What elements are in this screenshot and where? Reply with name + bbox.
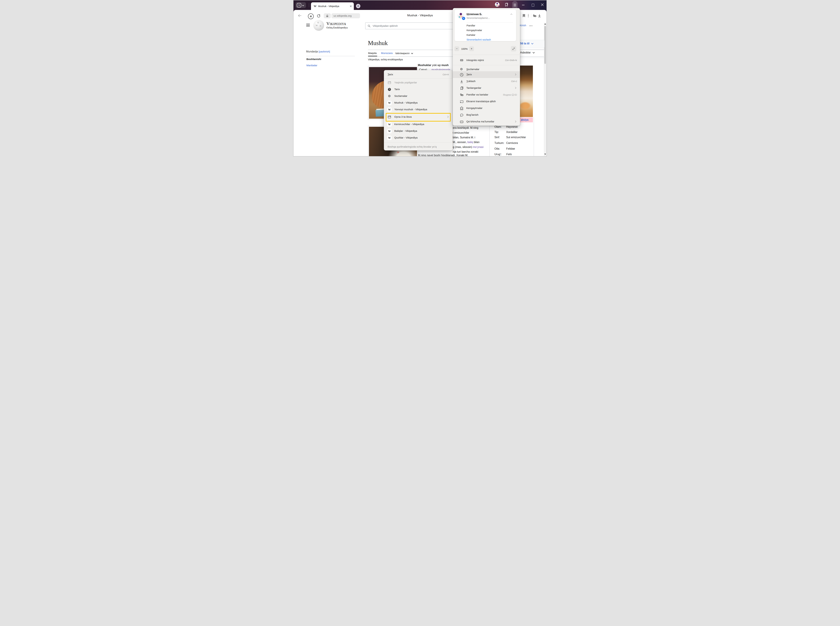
scrollbar-thumb[interactable] — [544, 26, 546, 64]
chevron-down-icon — [302, 4, 304, 6]
classification-link-fragment[interactable]: atsiya — [521, 118, 528, 121]
incognito-mask-icon — [459, 58, 464, 63]
zoom-out-button[interactable]: − — [454, 46, 459, 51]
profile-link-passwords[interactable]: Parollar — [467, 24, 475, 27]
text-fragment: M., asosan, baliq bilan — [453, 141, 479, 144]
wikipedia-favicon: W — [387, 129, 392, 133]
wiki-menu-icon[interactable] — [306, 24, 310, 27]
chevron-down-icon — [532, 51, 535, 53]
menu-item-history[interactable]: Tarix — [384, 86, 453, 93]
passwords-cards-icon[interactable] — [532, 14, 537, 18]
menu-item-screen-cast[interactable]: Ekranni translatsiya qilish — [453, 98, 520, 105]
login-link[interactable]: Kirish — [520, 24, 526, 27]
menu-item-more-info[interactable]: Qoʻshimcha maʼlumotlar — [453, 118, 520, 125]
tab-title: Mushuk - Vikipediya — [318, 5, 348, 8]
zoom-in-button[interactable]: + — [469, 46, 474, 51]
menu-item-page-qushlar[interactable]: W Qushlar - Vikipediya — [384, 135, 453, 141]
menu-item-history[interactable]: Tarix — [453, 71, 520, 78]
menu-item-extensions[interactable]: Kengaytmalar — [453, 105, 520, 112]
wikipedia-favicon: W — [387, 136, 392, 140]
collections-icon[interactable] — [504, 3, 508, 7]
browser-window: 1 W Mushuk - Vikipediya Я uz.wikipedia.o… — [293, 0, 547, 156]
no-devices-note: Boshqa qurilmalaringizda ochiq ilovalar … — [387, 145, 437, 148]
menu-item-feedback[interactable]: Bogʻlanish — [453, 112, 520, 118]
languages-button[interactable]: 56 ta til — [520, 42, 533, 45]
window-icon — [387, 81, 392, 85]
search-input[interactable] — [372, 24, 459, 28]
downloads-icon[interactable] — [537, 14, 542, 18]
toc-hide-link[interactable]: [yashirish] — [319, 50, 330, 53]
clock-icon — [387, 88, 392, 91]
taxo-value[interactable]: Felidae — [506, 147, 515, 150]
ellipsis-box-icon — [459, 120, 464, 124]
tab-talk[interactable]: Munozara — [381, 52, 393, 55]
bookmark-icon[interactable] — [522, 14, 526, 18]
taxo-value[interactable]: Sut emizuvchilar — [506, 136, 526, 139]
speech-bubble-icon — [459, 113, 464, 117]
sync-status: Sinxronlamoqdamiz... — [467, 17, 490, 19]
close-tab-icon[interactable] — [350, 5, 352, 7]
toolbar-more-icon[interactable] — [528, 14, 529, 17]
menu-item-settings[interactable]: ⚙ Sozlamalar — [384, 93, 453, 100]
new-tab-button[interactable] — [356, 4, 361, 8]
infobox-left-border — [489, 125, 490, 156]
menu-item-passwords-cards[interactable]: Parollar va kartalar Яндекс ID — [453, 91, 520, 98]
chevron-right-icon — [514, 87, 516, 89]
toc-item-boshlanishi[interactable]: Boshlanishi — [306, 58, 321, 61]
wiki-wordmark[interactable]: Vikipediya Ochiq Ensiklopediya — [326, 21, 348, 29]
text-fragment: era boshlaydi. M.ning — [453, 127, 478, 130]
taxo-value[interactable]: Hayvonot — [506, 125, 518, 128]
menu-item-recently-closed[interactable]: Yaqinda yopilganlar — [384, 79, 453, 86]
menu-item-window-apps[interactable]: Oyna 3 ta ilova — [384, 114, 453, 121]
taxo-label: Sinf: — [495, 136, 500, 139]
taxo-value[interactable]: Carnivora — [506, 142, 518, 145]
chevron-right-icon — [514, 74, 516, 75]
menu-item-settings[interactable]: ⚙ Sozlamalar — [453, 64, 520, 71]
sync-settings-link[interactable]: Sinxronlashni sozlash — [467, 38, 491, 41]
tab-article[interactable]: Maqola — [368, 52, 377, 55]
tools-button[interactable]: Asboblar — [520, 51, 534, 54]
menu-item-page-kemiruvchilar[interactable]: W Kemiruvchilar - Vikipediya — [384, 121, 453, 128]
minimize-button[interactable] — [522, 5, 525, 5]
fullscreen-button[interactable] — [511, 46, 516, 52]
infobox-header: atsiya — [520, 117, 533, 122]
profile-avatar[interactable] — [495, 2, 500, 7]
text-fragment: M.ning nayel boshi hisoblanadi. Xonaki M… — [418, 154, 468, 156]
wiki-search-box[interactable] — [365, 22, 460, 29]
window-icon — [387, 115, 392, 119]
toc-item-manbalar[interactable]: Manbalar — [306, 64, 317, 67]
scroll-down-icon[interactable] — [544, 153, 546, 155]
download-icon — [459, 79, 464, 84]
puzzle-icon — [459, 106, 464, 111]
wiki-more-icon[interactable] — [529, 25, 532, 26]
variant-dropdown[interactable]: lotin/кирилл — [395, 52, 413, 55]
submenu-shortcut: Ctrl+H — [443, 73, 449, 76]
chevron-down-icon — [411, 52, 413, 54]
taxo-value[interactable]: Felis — [506, 153, 512, 156]
visited-link[interactable]: moʻynasi — [473, 146, 484, 149]
menu-item-page-mushuk[interactable]: W Mushuk - Vikipediya — [384, 100, 453, 106]
scroll-up-icon[interactable] — [544, 23, 546, 25]
tab-mushuk[interactable]: W Mushuk - Vikipediya — [311, 2, 354, 10]
profile-link-cards[interactable]: Kartalar — [467, 33, 475, 36]
menu-item-incognito[interactable]: Inkognito rejimi Ctrl+Shift+N — [453, 57, 520, 64]
close-window-button[interactable] — [541, 3, 544, 6]
profile-name: Шляпник Б. — [467, 13, 482, 16]
menu-item-downloads[interactable]: Yuklash Ctrl+J — [453, 78, 520, 85]
wikipedia-favicon: W — [387, 101, 392, 105]
menu-item-page-baliqlar[interactable]: W Baliqlar - Vikipediya — [384, 128, 453, 135]
wikipedia-logo[interactable]: Ω W И — [313, 20, 324, 31]
chevron-up-icon[interactable] — [511, 14, 512, 16]
maximize-button[interactable] — [532, 4, 534, 6]
cast-icon — [459, 100, 464, 104]
active-tab-underline — [368, 56, 377, 56]
taxo-label: Olam: — [495, 125, 502, 128]
menu-item-favorites[interactable]: Tanlanganlar — [453, 85, 520, 91]
menu-item-page-yovvoyi[interactable]: W Yovvoyi mushuk - Vikipediya — [384, 106, 453, 113]
profile-link-extensions[interactable]: Kengaytmalar — [467, 29, 482, 31]
tab-group-button[interactable]: 1 — [295, 2, 306, 8]
taxo-value[interactable]: Xordalilar — [506, 131, 518, 134]
profile-card: ⟳ Шляпник Б. Sinxronlamoqdamiz... Paroll… — [454, 9, 516, 41]
visited-link[interactable]: baliq — [467, 141, 473, 144]
browser-menu-button[interactable] — [512, 1, 518, 9]
